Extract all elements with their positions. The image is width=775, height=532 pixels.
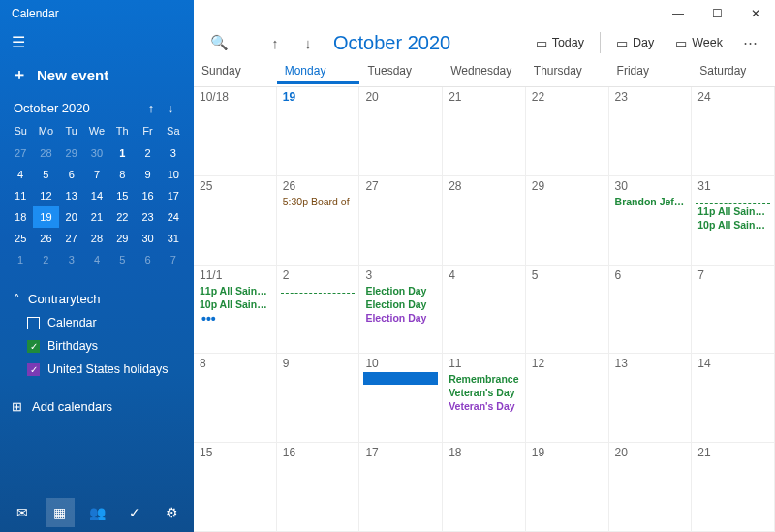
event[interactable] [363, 372, 438, 385]
day-cell[interactable]: 14 [692, 354, 775, 443]
event[interactable]: 5:30p Board of [281, 195, 356, 208]
day-cell[interactable]: 22 [526, 87, 609, 176]
day-cell[interactable]: 23 [609, 87, 693, 176]
calendar-toggle[interactable]: ✓United States holidays [27, 362, 184, 376]
day-cell[interactable]: 19 [526, 443, 609, 532]
close-button[interactable]: ✕ [736, 0, 775, 27]
day-cell[interactable]: 20 [359, 87, 443, 176]
search-icon[interactable]: 🔍 [207, 34, 231, 51]
mini-day[interactable]: 20 [59, 206, 84, 228]
mini-day[interactable]: 19 [33, 206, 58, 228]
event[interactable]: Election Day [363, 284, 438, 297]
add-calendars-button[interactable]: ⊞ Add calendars [0, 393, 194, 420]
mini-day[interactable]: 3 [59, 249, 84, 270]
day-cell[interactable]: 7 [692, 266, 775, 355]
mini-day[interactable]: 28 [84, 228, 109, 249]
event[interactable]: 10p All Saints' Da [198, 297, 272, 311]
mini-day[interactable]: 8 [109, 164, 135, 185]
prev-month-icon[interactable]: ↑ [264, 35, 287, 51]
mini-day[interactable]: 27 [8, 142, 33, 164]
day-cell[interactable]: 3Election DayElection DayElection Day [359, 266, 443, 355]
week-view-button[interactable]: ▭ Week [669, 32, 728, 54]
day-cell[interactable]: 13 [609, 354, 693, 443]
day-cell[interactable]: 28 [443, 176, 526, 266]
day-cell[interactable]: 18 [443, 443, 526, 532]
next-month-icon[interactable]: ↓ [296, 35, 320, 51]
event[interactable] [696, 195, 770, 204]
day-cell[interactable]: 5 [526, 266, 609, 355]
mini-day[interactable]: 28 [33, 142, 58, 164]
day-cell[interactable]: 16 [277, 443, 360, 532]
event[interactable]: Brandon Jeffery [613, 195, 688, 208]
mini-day[interactable]: 10 [161, 164, 186, 185]
day-cell[interactable]: 12 [526, 354, 609, 443]
mini-day[interactable]: 6 [59, 164, 84, 185]
month-title[interactable]: October 2020 [333, 32, 450, 54]
day-cell[interactable]: 10/18 [194, 87, 277, 176]
mini-day[interactable]: 26 [33, 228, 58, 249]
event[interactable]: Veteran's Day [447, 399, 521, 413]
more-icon[interactable]: ⋯ [738, 34, 761, 51]
people-icon[interactable]: 👥 [82, 498, 111, 527]
mini-day[interactable]: 11 [8, 185, 33, 206]
event[interactable]: Election Day [363, 311, 438, 325]
new-event-button[interactable]: ＋ New event [0, 57, 194, 97]
mail-icon[interactable]: ✉ [8, 498, 37, 527]
mini-day[interactable]: 21 [84, 206, 109, 228]
day-cell[interactable]: 11RemembranceVeteran's DayVeteran's Day [443, 354, 526, 443]
maximize-button[interactable]: ☐ [698, 0, 736, 27]
mini-day[interactable]: 30 [135, 228, 160, 249]
mini-day[interactable]: 14 [84, 185, 109, 206]
mini-day[interactable]: 1 [8, 249, 33, 270]
calendar-toggle[interactable]: Calendar [27, 316, 184, 329]
mini-day[interactable]: 24 [161, 206, 186, 228]
mini-day[interactable]: 29 [59, 142, 84, 164]
mini-day[interactable]: 4 [8, 164, 33, 185]
event[interactable]: Veteran's Day [447, 386, 521, 399]
mini-day[interactable]: 5 [109, 249, 135, 270]
mini-day[interactable]: 17 [161, 185, 186, 206]
calendar-toggle[interactable]: ✓Birthdays [27, 339, 184, 353]
mini-day[interactable]: 13 [59, 185, 84, 206]
todo-icon[interactable]: ✓ [120, 498, 149, 527]
day-cell[interactable]: 3111p All Saints' Da10p All Saints' Da [692, 176, 775, 266]
mini-day[interactable]: 22 [109, 206, 135, 228]
day-view-button[interactable]: ▭ Day [610, 32, 660, 54]
day-cell[interactable]: 19 [277, 87, 360, 176]
day-cell[interactable]: 11/111p All Saints' Day10p All Saints' D… [194, 266, 277, 355]
mini-day[interactable]: 7 [84, 164, 109, 185]
event[interactable]: 10p All Saints' Da [696, 218, 770, 232]
minimize-button[interactable]: ― [659, 0, 698, 27]
mini-day[interactable]: 2 [33, 249, 58, 270]
mini-day[interactable]: 9 [135, 164, 160, 185]
day-cell[interactable]: 30Brandon Jeffery [609, 176, 693, 266]
mini-day[interactable]: 7 [161, 249, 186, 270]
mini-day[interactable]: 4 [84, 249, 109, 270]
mini-day[interactable]: 2 [135, 142, 160, 164]
mini-day[interactable]: 29 [109, 228, 135, 249]
day-cell[interactable]: 24 [692, 87, 775, 176]
day-cell[interactable]: 17 [359, 443, 443, 532]
settings-icon[interactable]: ⚙ [157, 498, 186, 527]
day-cell[interactable]: 15 [194, 443, 277, 532]
event[interactable]: 11p All Saints' Day [198, 284, 272, 297]
mini-day[interactable]: 15 [109, 185, 135, 206]
today-button[interactable]: ▭ Today [530, 32, 590, 54]
mini-day[interactable]: 23 [135, 206, 160, 228]
mini-day[interactable]: 12 [33, 185, 58, 206]
mini-prev-icon[interactable]: ↑ [141, 101, 161, 115]
mini-day[interactable]: 16 [135, 185, 160, 206]
mini-day[interactable]: 25 [8, 228, 33, 249]
mini-day[interactable]: 1 [109, 142, 135, 164]
day-cell[interactable]: 27 [359, 176, 443, 266]
more-events-icon[interactable]: ••• [198, 311, 272, 327]
day-cell[interactable]: 2 [277, 266, 360, 355]
mini-day[interactable]: 30 [84, 142, 109, 164]
mini-day[interactable]: 6 [135, 249, 160, 270]
mini-day[interactable]: 31 [161, 228, 186, 249]
day-cell[interactable]: 4 [443, 266, 526, 355]
event[interactable]: Election Day [363, 297, 438, 311]
day-cell[interactable]: 6 [609, 266, 693, 355]
day-cell[interactable]: 20 [609, 443, 693, 532]
mini-next-icon[interactable]: ↓ [161, 101, 180, 115]
